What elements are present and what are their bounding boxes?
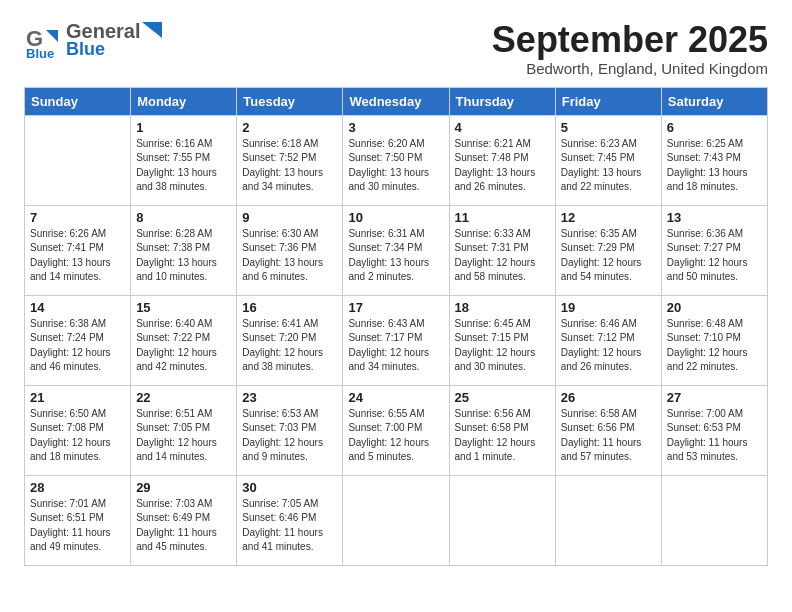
day-info: Sunrise: 6:18 AM Sunset: 7:52 PM Dayligh… <box>242 137 337 195</box>
calendar-cell: 23Sunrise: 6:53 AM Sunset: 7:03 PM Dayli… <box>237 385 343 475</box>
calendar-header-monday: Monday <box>131 87 237 115</box>
day-number: 14 <box>30 300 125 315</box>
day-info: Sunrise: 7:03 AM Sunset: 6:49 PM Dayligh… <box>136 497 231 555</box>
day-number: 28 <box>30 480 125 495</box>
calendar-cell: 25Sunrise: 6:56 AM Sunset: 6:58 PM Dayli… <box>449 385 555 475</box>
calendar-cell: 15Sunrise: 6:40 AM Sunset: 7:22 PM Dayli… <box>131 295 237 385</box>
calendar-cell: 27Sunrise: 7:00 AM Sunset: 6:53 PM Dayli… <box>661 385 767 475</box>
page-header: G Blue General Blue September 2025 Bedwo… <box>24 20 768 77</box>
calendar-cell: 16Sunrise: 6:41 AM Sunset: 7:20 PM Dayli… <box>237 295 343 385</box>
day-info: Sunrise: 6:23 AM Sunset: 7:45 PM Dayligh… <box>561 137 656 195</box>
calendar-cell: 21Sunrise: 6:50 AM Sunset: 7:08 PM Dayli… <box>25 385 131 475</box>
day-number: 17 <box>348 300 443 315</box>
day-number: 22 <box>136 390 231 405</box>
calendar-cell: 5Sunrise: 6:23 AM Sunset: 7:45 PM Daylig… <box>555 115 661 205</box>
day-number: 18 <box>455 300 550 315</box>
day-info: Sunrise: 6:25 AM Sunset: 7:43 PM Dayligh… <box>667 137 762 195</box>
calendar-cell: 26Sunrise: 6:58 AM Sunset: 6:56 PM Dayli… <box>555 385 661 475</box>
calendar-cell: 28Sunrise: 7:01 AM Sunset: 6:51 PM Dayli… <box>25 475 131 565</box>
calendar-cell: 12Sunrise: 6:35 AM Sunset: 7:29 PM Dayli… <box>555 205 661 295</box>
day-number: 30 <box>242 480 337 495</box>
day-info: Sunrise: 7:00 AM Sunset: 6:53 PM Dayligh… <box>667 407 762 465</box>
calendar-cell: 9Sunrise: 6:30 AM Sunset: 7:36 PM Daylig… <box>237 205 343 295</box>
title-area: September 2025 Bedworth, England, United… <box>492 20 768 77</box>
calendar-cell <box>661 475 767 565</box>
day-number: 4 <box>455 120 550 135</box>
logo-text-group: General Blue <box>66 20 162 60</box>
calendar-header-saturday: Saturday <box>661 87 767 115</box>
day-info: Sunrise: 6:41 AM Sunset: 7:20 PM Dayligh… <box>242 317 337 375</box>
day-info: Sunrise: 6:16 AM Sunset: 7:55 PM Dayligh… <box>136 137 231 195</box>
day-info: Sunrise: 6:55 AM Sunset: 7:00 PM Dayligh… <box>348 407 443 465</box>
logo-icon: G Blue <box>24 22 60 58</box>
day-number: 3 <box>348 120 443 135</box>
day-number: 25 <box>455 390 550 405</box>
day-number: 20 <box>667 300 762 315</box>
calendar-cell: 11Sunrise: 6:33 AM Sunset: 7:31 PM Dayli… <box>449 205 555 295</box>
day-number: 10 <box>348 210 443 225</box>
day-number: 13 <box>667 210 762 225</box>
month-title: September 2025 <box>492 20 768 60</box>
calendar-table: SundayMondayTuesdayWednesdayThursdayFrid… <box>24 87 768 566</box>
location: Bedworth, England, United Kingdom <box>492 60 768 77</box>
day-info: Sunrise: 6:58 AM Sunset: 6:56 PM Dayligh… <box>561 407 656 465</box>
day-number: 9 <box>242 210 337 225</box>
logo-arrow-icon <box>142 22 162 38</box>
calendar-week-3: 14Sunrise: 6:38 AM Sunset: 7:24 PM Dayli… <box>25 295 768 385</box>
calendar-week-4: 21Sunrise: 6:50 AM Sunset: 7:08 PM Dayli… <box>25 385 768 475</box>
calendar-cell: 2Sunrise: 6:18 AM Sunset: 7:52 PM Daylig… <box>237 115 343 205</box>
day-info: Sunrise: 6:48 AM Sunset: 7:10 PM Dayligh… <box>667 317 762 375</box>
calendar-header-thursday: Thursday <box>449 87 555 115</box>
calendar-cell: 3Sunrise: 6:20 AM Sunset: 7:50 PM Daylig… <box>343 115 449 205</box>
day-info: Sunrise: 6:46 AM Sunset: 7:12 PM Dayligh… <box>561 317 656 375</box>
day-info: Sunrise: 6:36 AM Sunset: 7:27 PM Dayligh… <box>667 227 762 285</box>
calendar-cell: 17Sunrise: 6:43 AM Sunset: 7:17 PM Dayli… <box>343 295 449 385</box>
day-number: 16 <box>242 300 337 315</box>
day-number: 27 <box>667 390 762 405</box>
day-number: 24 <box>348 390 443 405</box>
calendar-cell: 6Sunrise: 6:25 AM Sunset: 7:43 PM Daylig… <box>661 115 767 205</box>
calendar-week-1: 1Sunrise: 6:16 AM Sunset: 7:55 PM Daylig… <box>25 115 768 205</box>
calendar-header-tuesday: Tuesday <box>237 87 343 115</box>
day-number: 21 <box>30 390 125 405</box>
day-info: Sunrise: 7:01 AM Sunset: 6:51 PM Dayligh… <box>30 497 125 555</box>
calendar-cell: 8Sunrise: 6:28 AM Sunset: 7:38 PM Daylig… <box>131 205 237 295</box>
day-info: Sunrise: 6:35 AM Sunset: 7:29 PM Dayligh… <box>561 227 656 285</box>
day-info: Sunrise: 6:28 AM Sunset: 7:38 PM Dayligh… <box>136 227 231 285</box>
calendar-cell <box>555 475 661 565</box>
calendar-cell <box>343 475 449 565</box>
day-number: 2 <box>242 120 337 135</box>
day-info: Sunrise: 6:38 AM Sunset: 7:24 PM Dayligh… <box>30 317 125 375</box>
calendar-header-wednesday: Wednesday <box>343 87 449 115</box>
day-number: 26 <box>561 390 656 405</box>
calendar-cell: 10Sunrise: 6:31 AM Sunset: 7:34 PM Dayli… <box>343 205 449 295</box>
day-number: 23 <box>242 390 337 405</box>
calendar-header-friday: Friday <box>555 87 661 115</box>
calendar-cell: 7Sunrise: 6:26 AM Sunset: 7:41 PM Daylig… <box>25 205 131 295</box>
day-number: 29 <box>136 480 231 495</box>
calendar-cell <box>25 115 131 205</box>
day-number: 15 <box>136 300 231 315</box>
calendar-cell: 18Sunrise: 6:45 AM Sunset: 7:15 PM Dayli… <box>449 295 555 385</box>
day-info: Sunrise: 6:45 AM Sunset: 7:15 PM Dayligh… <box>455 317 550 375</box>
calendar-week-2: 7Sunrise: 6:26 AM Sunset: 7:41 PM Daylig… <box>25 205 768 295</box>
day-info: Sunrise: 6:51 AM Sunset: 7:05 PM Dayligh… <box>136 407 231 465</box>
day-info: Sunrise: 7:05 AM Sunset: 6:46 PM Dayligh… <box>242 497 337 555</box>
day-info: Sunrise: 6:56 AM Sunset: 6:58 PM Dayligh… <box>455 407 550 465</box>
day-number: 19 <box>561 300 656 315</box>
calendar-cell: 13Sunrise: 6:36 AM Sunset: 7:27 PM Dayli… <box>661 205 767 295</box>
day-info: Sunrise: 6:26 AM Sunset: 7:41 PM Dayligh… <box>30 227 125 285</box>
day-number: 5 <box>561 120 656 135</box>
calendar-cell: 24Sunrise: 6:55 AM Sunset: 7:00 PM Dayli… <box>343 385 449 475</box>
day-info: Sunrise: 6:50 AM Sunset: 7:08 PM Dayligh… <box>30 407 125 465</box>
day-info: Sunrise: 6:31 AM Sunset: 7:34 PM Dayligh… <box>348 227 443 285</box>
day-number: 6 <box>667 120 762 135</box>
calendar-cell: 14Sunrise: 6:38 AM Sunset: 7:24 PM Dayli… <box>25 295 131 385</box>
calendar-cell: 20Sunrise: 6:48 AM Sunset: 7:10 PM Dayli… <box>661 295 767 385</box>
day-info: Sunrise: 6:43 AM Sunset: 7:17 PM Dayligh… <box>348 317 443 375</box>
day-info: Sunrise: 6:20 AM Sunset: 7:50 PM Dayligh… <box>348 137 443 195</box>
day-info: Sunrise: 6:40 AM Sunset: 7:22 PM Dayligh… <box>136 317 231 375</box>
day-number: 8 <box>136 210 231 225</box>
day-number: 12 <box>561 210 656 225</box>
day-info: Sunrise: 6:21 AM Sunset: 7:48 PM Dayligh… <box>455 137 550 195</box>
